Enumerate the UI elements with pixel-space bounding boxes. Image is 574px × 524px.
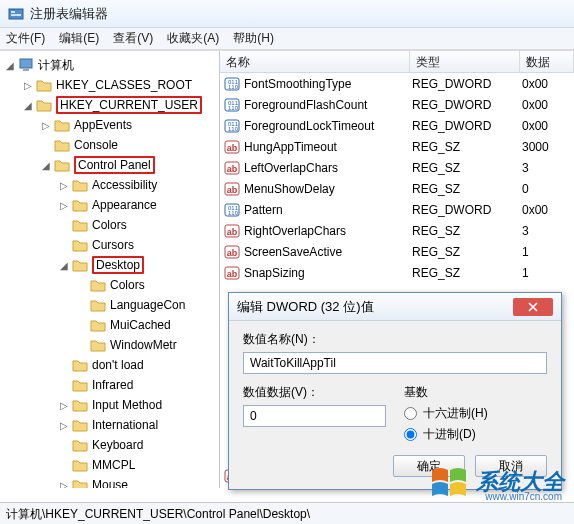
- tree-label: Console: [74, 138, 118, 152]
- list-row[interactable]: 011110ForegroundFlashCountREG_DWORD0x00: [220, 94, 574, 115]
- value-name: RightOverlapChars: [244, 224, 412, 238]
- list-row[interactable]: abScreenSaveActiveREG_SZ1: [220, 241, 574, 262]
- menu-help[interactable]: 帮助(H): [233, 30, 274, 47]
- tree-item-mmcpl[interactable]: MMCPL: [0, 455, 219, 475]
- svg-rect-1: [11, 11, 15, 13]
- value-data: 1: [522, 245, 574, 259]
- radio-hex[interactable]: 十六进制(H): [404, 405, 547, 422]
- tree-item-hkcr[interactable]: ▷HKEY_CLASSES_ROOT: [0, 75, 219, 95]
- expander-icon[interactable]: ▷: [22, 80, 34, 91]
- svg-text:ab: ab: [227, 227, 238, 237]
- expander-icon[interactable]: ▷: [58, 420, 70, 431]
- tree-label: International: [92, 418, 158, 432]
- menu-file[interactable]: 文件(F): [6, 30, 45, 47]
- folder-icon: [72, 218, 88, 232]
- expander-icon[interactable]: ◢: [22, 100, 34, 111]
- col-header-name[interactable]: 名称: [220, 51, 410, 72]
- tree-label: Control Panel: [74, 156, 155, 174]
- tree-item-desktop_colors[interactable]: Colors: [0, 275, 219, 295]
- expander-icon[interactable]: ▷: [40, 120, 52, 131]
- tree-item-input_method[interactable]: ▷Input Method: [0, 395, 219, 415]
- list-row[interactable]: 011110ForegroundLockTimeoutREG_DWORD0x00: [220, 115, 574, 136]
- tree-item-international[interactable]: ▷International: [0, 415, 219, 435]
- tree-item-control_panel[interactable]: ◢Control Panel: [0, 155, 219, 175]
- tree-item-accessibility[interactable]: ▷Accessibility: [0, 175, 219, 195]
- tree-item-console[interactable]: Console: [0, 135, 219, 155]
- value-data: 0x00: [522, 203, 574, 217]
- expander-icon[interactable]: ▷: [58, 200, 70, 211]
- tree-item-keyboard[interactable]: Keyboard: [0, 435, 219, 455]
- list-row[interactable]: abSnapSizingREG_SZ1: [220, 262, 574, 283]
- watermark-url: www.win7cn.com: [485, 491, 562, 502]
- radio-dec-input[interactable]: [404, 428, 417, 441]
- string-value-icon: ab: [224, 181, 240, 197]
- list-header: 名称 类型 数据: [220, 51, 574, 73]
- folder-icon: [36, 78, 52, 92]
- expander-icon[interactable]: ◢: [58, 260, 70, 271]
- value-type: REG_SZ: [412, 245, 522, 259]
- radio-hex-input[interactable]: [404, 407, 417, 420]
- svg-text:ab: ab: [227, 185, 238, 195]
- value-name: ScreenSaveActive: [244, 245, 412, 259]
- value-data-input[interactable]: [243, 405, 386, 427]
- tree-label: Mouse: [92, 478, 128, 488]
- tree-item-windowmetr[interactable]: WindowMetr: [0, 335, 219, 355]
- svg-rect-2: [11, 14, 21, 16]
- list-row[interactable]: abMenuShowDelayREG_SZ0: [220, 178, 574, 199]
- value-data: 3: [522, 161, 574, 175]
- value-name-input[interactable]: [243, 352, 547, 374]
- menu-edit[interactable]: 编辑(E): [59, 30, 99, 47]
- tree-label: don't load: [92, 358, 144, 372]
- status-path: 计算机\HKEY_CURRENT_USER\Control Panel\Desk…: [6, 507, 310, 521]
- value-name: LeftOverlapChars: [244, 161, 412, 175]
- list-row[interactable]: 011110PatternREG_DWORD0x00: [220, 199, 574, 220]
- expander-icon[interactable]: ◢: [4, 60, 16, 71]
- tree-item-muicached[interactable]: MuiCached: [0, 315, 219, 335]
- tree-item-cursors[interactable]: Cursors: [0, 235, 219, 255]
- radio-dec[interactable]: 十进制(D): [404, 426, 547, 443]
- tree-item-mouse[interactable]: ▷Mouse: [0, 475, 219, 488]
- folder-icon: [72, 358, 88, 372]
- tree-label: WindowMetr: [110, 338, 177, 352]
- tree-item-hkcu[interactable]: ◢HKEY_CURRENT_USER: [0, 95, 219, 115]
- cancel-button[interactable]: 取消: [475, 455, 547, 477]
- tree-item-languagecon[interactable]: LanguageCon: [0, 295, 219, 315]
- tree-pane[interactable]: ◢计算机▷HKEY_CLASSES_ROOT◢HKEY_CURRENT_USER…: [0, 51, 220, 488]
- menu-favorites[interactable]: 收藏夹(A): [167, 30, 219, 47]
- expander-icon[interactable]: ▷: [58, 480, 70, 489]
- tree-item-desktop[interactable]: ◢Desktop: [0, 255, 219, 275]
- tree-item-appearance[interactable]: ▷Appearance: [0, 195, 219, 215]
- tree-item-root[interactable]: ◢计算机: [0, 55, 219, 75]
- expander-icon[interactable]: ▷: [58, 180, 70, 191]
- tree-label: MuiCached: [110, 318, 171, 332]
- list-row[interactable]: abRightOverlapCharsREG_SZ3: [220, 220, 574, 241]
- regedit-icon: [8, 6, 24, 22]
- col-header-type[interactable]: 类型: [410, 51, 520, 72]
- list-body[interactable]: 011110FontSmoothingTypeREG_DWORD0x000111…: [220, 73, 574, 283]
- tree-item-appevents[interactable]: ▷AppEvents: [0, 115, 219, 135]
- folder-icon: [72, 478, 88, 488]
- ok-button[interactable]: 确定: [393, 455, 465, 477]
- dialog-close-button[interactable]: [513, 298, 553, 316]
- menu-bar: 文件(F) 编辑(E) 查看(V) 收藏夹(A) 帮助(H): [0, 28, 574, 50]
- expander-icon[interactable]: ◢: [40, 160, 52, 171]
- col-header-data[interactable]: 数据: [520, 51, 574, 72]
- expander-icon[interactable]: ▷: [58, 400, 70, 411]
- folder-icon: [54, 138, 70, 152]
- svg-rect-3: [20, 59, 32, 68]
- dialog-titlebar[interactable]: 编辑 DWORD (32 位)值: [229, 293, 561, 321]
- tree-label: Accessibility: [92, 178, 157, 192]
- tree-item-infrared[interactable]: Infrared: [0, 375, 219, 395]
- list-row[interactable]: abLeftOverlapCharsREG_SZ3: [220, 157, 574, 178]
- base-label: 基数: [404, 384, 547, 401]
- tree-item-dont_load[interactable]: don't load: [0, 355, 219, 375]
- close-icon: [528, 302, 538, 312]
- value-name: ForegroundLockTimeout: [244, 119, 412, 133]
- menu-view[interactable]: 查看(V): [113, 30, 153, 47]
- tree-item-colors[interactable]: Colors: [0, 215, 219, 235]
- value-type: REG_DWORD: [412, 119, 522, 133]
- list-row[interactable]: 011110FontSmoothingTypeREG_DWORD0x00: [220, 73, 574, 94]
- folder-icon: [36, 98, 52, 112]
- list-row[interactable]: abHungAppTimeoutREG_SZ3000: [220, 136, 574, 157]
- value-data: 3000: [522, 140, 574, 154]
